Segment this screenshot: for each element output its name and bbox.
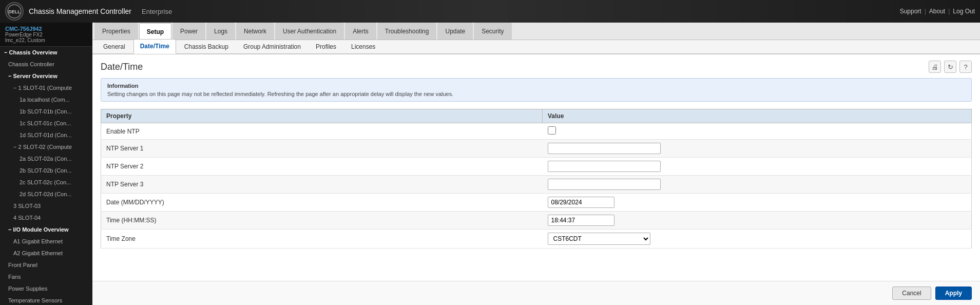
top-header: DELL Chassis Management Controller Enter…	[0, 0, 980, 23]
device-info: CMC-756J942 PowerEdge FX2 lmc_e22, Custo…	[0, 23, 92, 47]
content-wrapper: Date/Time 🖨 ↻ ? Information Setting chan…	[92, 54, 980, 280]
device-id: CMC-756J942	[5, 26, 87, 32]
sidebar-item[interactable]: 4 SLOT-04	[0, 212, 92, 224]
subtab-general[interactable]: General	[97, 40, 132, 53]
date-input[interactable]	[548, 197, 614, 208]
refresh-button[interactable]: ↻	[944, 61, 956, 73]
property-label: Time (HH:MM:SS)	[101, 212, 543, 230]
col-value: Value	[543, 109, 972, 123]
table-row: NTP Server 2	[101, 158, 972, 176]
sidebar-item[interactable]: Temperature Sensors	[0, 295, 92, 305]
tab-user_auth[interactable]: User Authentication	[275, 23, 344, 40]
sidebar-item[interactable]: 2b SLOT-02b (Con...	[0, 165, 92, 177]
property-label: Enable NTP	[101, 123, 543, 140]
tab-properties[interactable]: Properties	[94, 23, 138, 40]
sidebar-item[interactable]: 2d SLOT-02d (Con...	[0, 188, 92, 200]
sidebar-item[interactable]: − I/O Module Overview	[0, 224, 92, 236]
property-value	[543, 212, 972, 230]
sidebar: CMC-756J942 PowerEdge FX2 lmc_e22, Custo…	[0, 23, 92, 305]
main-tab-bar: PropertiesSetupPowerLogsNetworkUser Auth…	[92, 23, 980, 40]
property-value	[543, 194, 972, 212]
subtab-licenses[interactable]: Licenses	[344, 40, 382, 53]
property-label: NTP Server 3	[101, 176, 543, 194]
property-label: NTP Server 2	[101, 158, 543, 176]
sidebar-item[interactable]: Power Supplies	[0, 283, 92, 295]
support-link[interactable]: Support	[900, 8, 921, 15]
main-content: PropertiesSetupPowerLogsNetworkUser Auth…	[92, 23, 980, 305]
sidebar-item[interactable]: Chassis Controller	[0, 59, 92, 70]
property-value	[543, 158, 972, 176]
device-custom: lmc_e22, Custom	[5, 37, 87, 43]
help-button[interactable]: ?	[959, 61, 972, 73]
sidebar-item[interactable]: 3 SLOT-03	[0, 200, 92, 212]
sub-tab-bar: GeneralDate/TimeChassis BackupGroup Admi…	[92, 40, 980, 54]
property-label: NTP Server 1	[101, 140, 543, 158]
tab-update[interactable]: Update	[437, 23, 473, 40]
subtab-datetime[interactable]: Date/Time	[133, 39, 176, 54]
sidebar-item[interactable]: − Server Overview	[0, 70, 92, 82]
ntp-server-input[interactable]	[548, 161, 661, 172]
sidebar-item[interactable]: 1c SLOT-01c (Con...	[0, 118, 92, 129]
property-value	[543, 140, 972, 158]
time-input[interactable]	[548, 215, 614, 226]
subtab-profiles[interactable]: Profiles	[309, 40, 343, 53]
sidebar-item[interactable]: A1 Gigabit Ethernet	[0, 236, 92, 247]
tab-logs[interactable]: Logs	[206, 23, 235, 40]
sidebar-item[interactable]: 2a SLOT-02a (Con...	[0, 153, 92, 165]
print-button[interactable]: 🖨	[929, 61, 941, 73]
table-row: Time (HH:MM:SS)	[101, 212, 972, 230]
properties-table: Property Value Enable NTPNTP Server 1NTP…	[101, 109, 972, 249]
sidebar-tree: − Chassis OverviewChassis Controller− Se…	[0, 47, 92, 305]
app-title: Chassis Management Controller	[29, 7, 131, 15]
enable-ntp-checkbox[interactable]	[548, 126, 556, 135]
sidebar-item[interactable]: 1a localhost (Com...	[0, 94, 92, 106]
tab-alerts[interactable]: Alerts	[345, 23, 376, 40]
sidebar-item[interactable]: A2 Gigabit Ethernet	[0, 247, 92, 259]
content-area: Date/Time 🖨 ↻ ? Information Setting chan…	[92, 54, 980, 255]
sidebar-item[interactable]: − Chassis Overview	[0, 47, 92, 59]
page-icons: 🖨 ↻ ?	[929, 61, 972, 73]
svg-text:DELL: DELL	[8, 9, 21, 14]
app-edition: Enterprise	[142, 8, 172, 15]
subtab-group_admin[interactable]: Group Administration	[237, 40, 308, 53]
logout-link[interactable]: Log Out	[953, 8, 975, 15]
table-row: NTP Server 1	[101, 140, 972, 158]
tab-network[interactable]: Network	[236, 23, 274, 40]
tab-power[interactable]: Power	[172, 23, 205, 40]
header-nav: Support | About | Log Out	[900, 8, 975, 15]
device-model: PowerEdge FX2	[5, 32, 87, 37]
main-layout: CMC-756J942 PowerEdge FX2 lmc_e22, Custo…	[0, 23, 980, 305]
tab-troubleshooting[interactable]: Troubleshooting	[377, 23, 437, 40]
apply-button[interactable]: Apply	[935, 287, 972, 300]
sidebar-item[interactable]: 1d SLOT-01d (Con...	[0, 129, 92, 141]
sidebar-item[interactable]: − 1 SLOT-01 (Compute	[0, 82, 92, 94]
sidebar-item[interactable]: 2c SLOT-02c (Con...	[0, 177, 92, 188]
button-bar: Cancel Apply	[92, 281, 980, 305]
cancel-button[interactable]: Cancel	[892, 287, 931, 300]
sidebar-item[interactable]: 1b SLOT-01b (Con...	[0, 106, 92, 118]
subtab-chassis_backup[interactable]: Chassis Backup	[178, 40, 235, 53]
col-property: Property	[101, 109, 543, 123]
info-text: Setting changes on this page may not be …	[107, 91, 965, 97]
timezone-select[interactable]: HSTAKST9AKDTPST8PDTMST7MDTMSTCST6CDTEST5…	[548, 233, 650, 245]
property-value: HSTAKST9AKDTPST8PDTMST7MDTMSTCST6CDTEST5…	[543, 230, 972, 249]
info-box: Information Setting changes on this page…	[101, 78, 972, 102]
sidebar-item[interactable]: Fans	[0, 271, 92, 283]
ntp-server-input[interactable]	[548, 179, 661, 190]
page-title: Date/Time	[101, 62, 143, 72]
property-label: Time Zone	[101, 230, 543, 249]
property-label: Date (MM/DD/YYYY)	[101, 194, 543, 212]
sidebar-item[interactable]: − 2 SLOT-02 (Compute	[0, 141, 92, 153]
dell-logo: DELL	[5, 2, 24, 21]
page-title-row: Date/Time 🖨 ↻ ?	[101, 61, 972, 73]
tab-security[interactable]: Security	[474, 23, 511, 40]
table-row: Time ZoneHSTAKST9AKDTPST8PDTMST7MDTMSTCS…	[101, 230, 972, 249]
sidebar-item[interactable]: Front Panel	[0, 259, 92, 271]
property-value	[543, 123, 972, 140]
tab-setup[interactable]: Setup	[139, 23, 171, 40]
table-row: Enable NTP	[101, 123, 972, 140]
table-row: NTP Server 3	[101, 176, 972, 194]
about-link[interactable]: About	[929, 8, 945, 15]
table-row: Date (MM/DD/YYYY)	[101, 194, 972, 212]
ntp-server-input[interactable]	[548, 143, 661, 154]
